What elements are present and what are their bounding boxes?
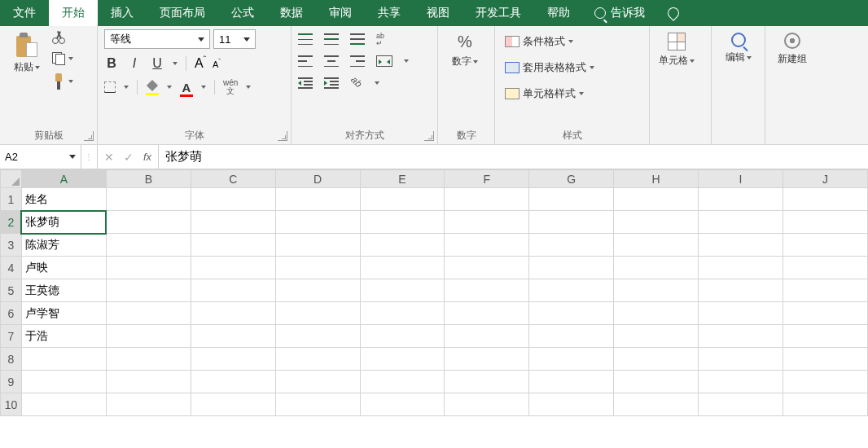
cell[interactable] xyxy=(699,234,783,257)
cell[interactable] xyxy=(360,279,445,302)
cells-button[interactable]: 单元格 xyxy=(656,29,697,71)
cell[interactable] xyxy=(106,302,191,325)
cell[interactable] xyxy=(614,188,699,211)
select-all-corner[interactable] xyxy=(1,170,22,188)
cell[interactable] xyxy=(614,279,699,302)
share-button[interactable] xyxy=(656,0,690,26)
row-header[interactable]: 4 xyxy=(1,257,22,279)
cell[interactable] xyxy=(699,279,783,302)
format-as-table-button[interactable]: 套用表格格式 xyxy=(502,59,598,77)
cell[interactable] xyxy=(360,188,445,211)
chevron-down-icon[interactable] xyxy=(375,81,379,85)
cell[interactable] xyxy=(360,325,445,348)
format-painter-button[interactable] xyxy=(49,72,77,91)
column-header[interactable]: C xyxy=(191,170,275,188)
cell[interactable] xyxy=(191,279,275,302)
tab-view[interactable]: 视图 xyxy=(414,0,462,26)
cell[interactable] xyxy=(529,234,614,257)
cell[interactable] xyxy=(191,325,275,348)
cell[interactable] xyxy=(699,371,783,393)
cell[interactable] xyxy=(783,348,868,371)
cell[interactable] xyxy=(191,211,275,234)
cell[interactable] xyxy=(699,302,783,325)
cell[interactable] xyxy=(529,211,614,234)
fx-button[interactable]: fx xyxy=(143,151,151,163)
cell[interactable] xyxy=(529,188,614,211)
cell[interactable] xyxy=(106,279,191,302)
enter-button[interactable]: ✓ xyxy=(124,151,134,164)
cell[interactable] xyxy=(614,371,699,393)
formula-input[interactable]: 张梦萌 xyxy=(159,145,868,169)
cell[interactable]: 卢学智 xyxy=(21,302,106,325)
cell[interactable] xyxy=(614,393,699,416)
chevron-down-icon[interactable] xyxy=(167,86,172,89)
tellme-search[interactable]: 告诉我 xyxy=(583,0,656,26)
cell[interactable] xyxy=(614,325,699,348)
align-left-button[interactable] xyxy=(298,55,313,67)
font-size-select[interactable]: 11 xyxy=(213,29,256,49)
cell[interactable] xyxy=(21,348,106,371)
cell[interactable] xyxy=(783,393,868,416)
column-header[interactable]: H xyxy=(614,170,699,188)
column-header[interactable]: G xyxy=(529,170,614,188)
cell[interactable] xyxy=(275,279,360,302)
resize-handle[interactable]: ⋮ xyxy=(81,145,98,169)
cell[interactable] xyxy=(275,302,360,325)
tab-help[interactable]: 帮助 xyxy=(534,0,583,26)
cell[interactable] xyxy=(275,393,360,416)
align-center-button[interactable] xyxy=(324,55,339,67)
cell[interactable] xyxy=(783,371,868,393)
cell[interactable] xyxy=(275,325,360,348)
cell[interactable] xyxy=(445,234,529,257)
column-header[interactable]: J xyxy=(783,170,868,188)
cell[interactable] xyxy=(191,302,275,325)
column-header[interactable]: E xyxy=(360,170,445,188)
row-header[interactable]: 1 xyxy=(1,188,22,211)
cell[interactable] xyxy=(614,211,699,234)
cell[interactable] xyxy=(783,211,868,234)
cell[interactable] xyxy=(106,325,191,348)
editing-button[interactable]: 编辑 xyxy=(718,29,758,68)
cell[interactable] xyxy=(699,348,783,371)
row-header[interactable]: 2 xyxy=(1,211,22,234)
cell[interactable] xyxy=(529,393,614,416)
cell[interactable] xyxy=(275,234,360,257)
cell[interactable] xyxy=(445,325,529,348)
cell[interactable] xyxy=(529,348,614,371)
cell[interactable]: 王英德 xyxy=(21,279,106,302)
align-bottom-button[interactable] xyxy=(350,33,365,45)
tab-data[interactable]: 数据 xyxy=(267,0,316,26)
decrease-indent-button[interactable] xyxy=(298,77,313,89)
cell[interactable] xyxy=(275,211,360,234)
wrap-text-button[interactable]: ab↵ xyxy=(376,33,391,46)
new-group-button[interactable]: 新建组 xyxy=(772,29,813,69)
cell[interactable] xyxy=(275,188,360,211)
cell[interactable] xyxy=(360,302,445,325)
column-header[interactable]: F xyxy=(445,170,529,188)
cell[interactable] xyxy=(191,188,275,211)
row-header[interactable]: 7 xyxy=(1,325,22,348)
cell[interactable] xyxy=(106,257,191,279)
cell[interactable] xyxy=(445,279,529,302)
cell[interactable] xyxy=(783,257,868,279)
cell[interactable] xyxy=(360,348,445,371)
cell[interactable] xyxy=(699,211,783,234)
name-box[interactable]: A2 xyxy=(0,145,81,169)
dialog-launcher-icon[interactable] xyxy=(84,131,94,141)
cell[interactable] xyxy=(699,188,783,211)
grow-font-button[interactable]: Aˆ xyxy=(195,55,206,71)
tab-share[interactable]: 共享 xyxy=(365,0,414,26)
cell[interactable] xyxy=(275,371,360,393)
column-header[interactable]: I xyxy=(699,170,783,188)
cell[interactable] xyxy=(529,257,614,279)
cell[interactable] xyxy=(699,257,783,279)
cell[interactable] xyxy=(360,393,445,416)
cell[interactable] xyxy=(445,393,529,416)
cancel-button[interactable]: ✕ xyxy=(104,151,114,164)
underline-button[interactable]: U xyxy=(150,56,164,71)
grid-table[interactable]: ABCDEFGHIJ1姓名2张梦萌3陈淑芳4卢映5王英德6卢学智7于浩8910 xyxy=(0,169,868,416)
column-header[interactable]: B xyxy=(106,170,191,188)
cell[interactable] xyxy=(191,371,275,393)
cell[interactable] xyxy=(106,371,191,393)
cell[interactable] xyxy=(191,257,275,279)
